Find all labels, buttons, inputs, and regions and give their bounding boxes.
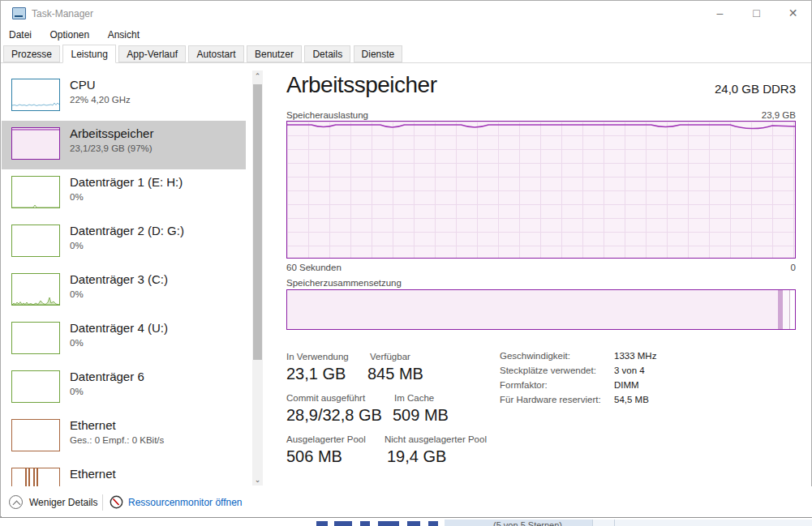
footer-bar: Weniger Details Ressourcenmonitor öffnen <box>2 486 812 517</box>
disk2-mini-chart <box>11 225 60 257</box>
x-axis-right-label: 0 <box>791 263 796 272</box>
sidebar-item-ethernet-2[interactable]: Ethernet <box>2 461 246 486</box>
tab-app-verlauf[interactable]: App-Verlauf <box>118 45 186 62</box>
usage-chart-max: 23,9 GB <box>762 110 796 120</box>
minimize-button[interactable]: – <box>702 1 738 27</box>
sidebar-item-label: Ethernet <box>70 418 116 432</box>
background-link-fragment <box>428 521 438 526</box>
window-controls: – □ ✕ <box>702 1 811 27</box>
detail-hw-reserved-value: 54,5 MB <box>614 395 649 404</box>
background-strip-right <box>592 520 812 526</box>
sidebar-item-label: Ethernet <box>70 467 116 481</box>
tab-dienste[interactable]: Dienste <box>354 45 403 62</box>
stat-committed-value: 28,9/32,8 GB <box>286 406 382 425</box>
sidebar-item-sub: 0% <box>70 338 84 348</box>
background-link-fragment <box>360 521 370 526</box>
detail-speed-value: 1333 MHz <box>614 351 656 361</box>
stat-available-label: Verfügbar <box>370 352 410 361</box>
stat-in-use-label: In Verwendung <box>286 352 349 361</box>
sidebar-item-label: Arbeitsspeicher <box>70 126 153 140</box>
tab-prozesse[interactable]: Prozesse <box>3 45 60 62</box>
background-link-fragment <box>316 521 328 526</box>
background-link-fragment <box>378 521 399 526</box>
footer-separator <box>102 494 103 511</box>
stat-in-use-value: 23,1 GB <box>286 365 346 383</box>
memory-detail-pane: Arbeitsspeicher 24,0 GB DDR3 Speicheraus… <box>269 64 811 486</box>
sidebar-item-datentraeger-1[interactable]: Datenträger 1 (E: H:) 0% <box>2 169 246 218</box>
detail-slots-label: Steckplätze verwendet: <box>500 366 596 375</box>
chevron-up-circle-icon[interactable] <box>9 495 23 509</box>
title-bar: Task-Manager – □ ✕ <box>1 1 811 27</box>
detail-hw-reserved-label: Für Hardware reserviert: <box>500 395 601 404</box>
tab-strip: Prozesse Leistung App-Verlauf Autostart … <box>1 45 811 63</box>
sidebar-item-sub: 23,1/23,9 GB (97%) <box>70 143 153 153</box>
sidebar-item-sub: 0% <box>70 241 84 250</box>
tab-benutzer[interactable]: Benutzer <box>247 45 302 62</box>
disk6-mini-chart <box>11 370 60 403</box>
sidebar-item-sub: 0% <box>70 289 84 299</box>
sidebar-item-datentraeger-2[interactable]: Datenträger 2 (D: G:) 0% <box>2 218 246 267</box>
stat-non-paged-pool-label: Nicht ausgelagerter Pool <box>385 434 487 444</box>
sidebar-item-label: Datenträger 4 (U:) <box>70 321 168 335</box>
stat-non-paged-pool-value: 19,4 GB <box>387 447 446 466</box>
sidebar-item-sub: 0% <box>70 387 84 396</box>
sidebar-item-label: Datenträger 3 (C:) <box>70 272 168 286</box>
x-axis-left-label: 60 Sekunden <box>286 263 342 272</box>
menu-optionen[interactable]: Optionen <box>42 27 97 43</box>
background-rating-band: (5 von 5 Sternen) <box>445 520 592 526</box>
resource-monitor-icon <box>110 495 123 509</box>
sidebar-item-sub: Ges.: 0 Empf.: 0 KBit/s <box>70 435 164 445</box>
stat-committed-label: Commit ausgeführt <box>286 393 365 403</box>
detail-formfactor-value: DIMM <box>614 380 639 390</box>
sidebar-item-sub: 22% 4,20 GHz <box>70 95 131 105</box>
usage-chart-label: Speicherauslastung <box>286 110 368 120</box>
detail-slots-value: 3 von 4 <box>614 366 645 375</box>
task-manager-window: Task-Manager – □ ✕ Datei Optionen Ansich… <box>0 0 812 518</box>
background-window-strip: (5 von 5 Sternen) <box>0 520 812 526</box>
sidebar-scrollbar[interactable]: ⌃ ⌄ <box>252 71 263 485</box>
ethernet1-mini-chart <box>11 419 60 451</box>
sidebar-item-ethernet-1[interactable]: Ethernet Ges.: 0 Empf.: 0 KBit/s <box>2 413 246 461</box>
menu-datei[interactable]: Datei <box>2 27 39 43</box>
tab-details[interactable]: Details <box>304 45 350 62</box>
sidebar-item-sub: 0% <box>70 192 84 202</box>
resource-monitor-link[interactable]: Ressourcenmonitor öffnen <box>128 497 243 508</box>
menu-bar: Datei Optionen Ansicht <box>1 27 811 44</box>
cpu-mini-chart <box>11 79 60 111</box>
sidebar-item-label: Datenträger 6 <box>70 370 144 383</box>
composition-in-use-segment <box>287 290 778 329</box>
composition-label: Speicherzusammensetzung <box>286 278 402 288</box>
disk3-mini-chart <box>11 273 60 306</box>
sidebar-item-cpu[interactable]: CPU 22% 4,20 GHz <box>2 72 246 121</box>
memory-mini-chart <box>11 127 60 160</box>
sidebar-item-label: Datenträger 1 (E: H:) <box>70 175 183 189</box>
maximize-button[interactable]: □ <box>738 1 775 27</box>
stat-cached-value: 509 MB <box>393 406 449 425</box>
scrollbar-down-arrow[interactable]: ⌄ <box>252 474 263 485</box>
scrollbar-thumb[interactable] <box>253 84 262 360</box>
scrollbar-up-arrow[interactable]: ⌃ <box>252 71 263 82</box>
close-button[interactable]: ✕ <box>775 1 811 27</box>
tab-leistung[interactable]: Leistung <box>62 45 115 63</box>
memory-capacity: 24,0 GB DDR3 <box>715 82 796 96</box>
background-link-fragment <box>407 521 420 526</box>
sidebar-item-datentraeger-6[interactable]: Datenträger 6 0% <box>2 364 246 413</box>
sidebar-item-datentraeger-4[interactable]: Datenträger 4 (U:) 0% <box>2 315 246 364</box>
less-details-button[interactable]: Weniger Details <box>29 497 97 508</box>
sidebar-item-arbeitsspeicher[interactable]: Arbeitsspeicher 23,1/23,9 GB (97%) <box>2 121 246 169</box>
stat-cached-label: Im Cache <box>394 393 434 403</box>
page-title: Arbeitsspeicher <box>286 72 436 98</box>
sidebar-item-label: CPU <box>70 78 96 92</box>
memory-usage-graph <box>286 121 796 259</box>
tab-autostart[interactable]: Autostart <box>188 45 243 62</box>
menu-ansicht[interactable]: Ansicht <box>101 27 147 43</box>
task-manager-app-icon <box>12 7 26 19</box>
background-rating-text: (5 von 5 Sternen) <box>493 520 562 526</box>
stat-available-value: 845 MB <box>367 365 423 383</box>
disk1-mini-chart <box>11 176 60 208</box>
memory-composition-bar <box>286 289 796 330</box>
sidebar-item-datentraeger-3[interactable]: Datenträger 3 (C:) 0% <box>2 267 246 315</box>
background-link-fragment <box>334 521 352 526</box>
stat-paged-pool-value: 506 MB <box>286 447 342 466</box>
stat-paged-pool-label: Ausgelagerter Pool <box>286 434 366 444</box>
